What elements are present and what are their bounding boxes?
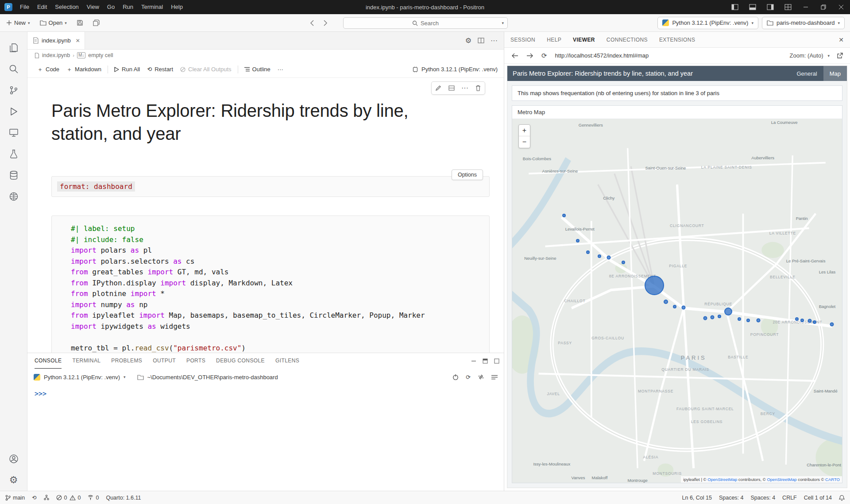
panel-tab-connections[interactable]: CONNECTIONS — [607, 37, 648, 43]
more-actions-icon[interactable]: ··· — [491, 37, 498, 45]
restart-console-icon[interactable]: ⟳ — [466, 374, 471, 381]
edit-cell-icon[interactable] — [432, 82, 445, 94]
minimize-icon[interactable] — [797, 0, 815, 14]
outline-button[interactable]: Outline — [241, 64, 274, 75]
station-marker[interactable] — [576, 239, 580, 242]
toggle-sidebar-icon[interactable] — [726, 0, 744, 14]
notifications-bell-icon[interactable] — [839, 495, 845, 501]
dash-tab-general[interactable]: General — [790, 66, 823, 81]
console-output[interactable]: >>> — [27, 385, 504, 491]
menu-item-run[interactable]: Run — [119, 0, 137, 14]
testing-icon[interactable] — [3, 143, 24, 165]
source-control-icon[interactable] — [3, 80, 24, 101]
menu-item-edit[interactable]: Edit — [33, 0, 51, 14]
viewer-reload-icon[interactable]: ⟳ — [541, 52, 547, 60]
remote-explorer-icon[interactable] — [3, 122, 24, 143]
kernel-label[interactable]: Python 3.12.1 (PipEnv: .venv) — [421, 66, 498, 73]
breadcrumb-file[interactable]: index.ipynb — [42, 52, 70, 58]
station-marker[interactable] — [738, 317, 741, 321]
options-button[interactable]: Options — [452, 169, 483, 180]
panel-close-icon[interactable]: ✕ — [838, 36, 844, 43]
viewer-forward-icon[interactable] — [526, 53, 533, 58]
station-marker[interactable] — [598, 254, 601, 258]
tab-close-icon[interactable]: ✕ — [76, 38, 80, 44]
attribution-link[interactable]: CARTO — [825, 477, 840, 482]
station-marker[interactable] — [800, 319, 804, 322]
panel-tab-terminal[interactable]: TERMINAL — [72, 353, 100, 369]
panel-tab-console[interactable]: CONSOLE — [35, 353, 62, 369]
yaml-cell[interactable]: format: dashboard Options — [51, 176, 490, 197]
breadcrumb-cell[interactable]: empty cell — [88, 52, 113, 58]
panel-tab-debug-console[interactable]: DEBUG CONSOLE — [216, 353, 265, 369]
explorer-icon[interactable] — [3, 37, 24, 58]
console-interpreter[interactable]: Python 3.12.1 (PipEnv: .venv) — [44, 374, 120, 381]
station-marker[interactable] — [664, 300, 668, 304]
zoom-out-button[interactable]: − — [519, 136, 530, 148]
panel-restore-icon[interactable] — [494, 358, 499, 364]
console-list-icon[interactable] — [491, 375, 498, 380]
git-branch-item[interactable]: main — [5, 495, 25, 501]
station-marker[interactable] — [673, 305, 676, 308]
indentation[interactable]: Spaces: 4 — [719, 495, 744, 501]
menu-item-terminal[interactable]: Terminal — [137, 0, 167, 14]
leaflet-map[interactable]: GennevilliersLa CourneuveBois-ColombesAs… — [512, 119, 842, 483]
notebook-settings-icon[interactable]: ⚙ — [465, 36, 471, 45]
problems-item[interactable]: 0 0 — [56, 495, 81, 501]
menu-item-selection[interactable]: Selection — [51, 0, 82, 14]
station-marker[interactable] — [795, 317, 799, 321]
panel-tab-output[interactable]: OUTPUT — [153, 353, 176, 369]
search-input[interactable]: Search ▾ — [343, 17, 508, 29]
station-marker[interactable] — [586, 250, 590, 254]
open-external-icon[interactable] — [837, 53, 843, 59]
eol-selector[interactable]: CRLF — [782, 495, 797, 501]
open-button[interactable]: Open ▾ — [36, 17, 70, 28]
viewer-url[interactable]: http://localhost:4572/index.html#map — [555, 52, 649, 59]
ports-item[interactable]: 0 — [88, 495, 99, 501]
clear-outputs-button[interactable]: Clear All Outputs — [177, 64, 235, 75]
switch-session-icon[interactable] — [478, 374, 484, 380]
save-button[interactable] — [73, 17, 87, 28]
panel-tab-session[interactable]: SESSION — [510, 37, 535, 43]
save-all-button[interactable] — [89, 17, 104, 28]
station-marker[interactable] — [813, 320, 816, 324]
station-marker[interactable] — [808, 319, 811, 323]
panel-minimize-icon[interactable] — [471, 358, 476, 364]
connections-icon[interactable] — [3, 186, 24, 207]
back-icon[interactable] — [310, 20, 314, 26]
interpreter-selector[interactable]: Python 3.12.1 (PipEnv: .venv) ▾ — [657, 17, 758, 29]
zoom-in-button[interactable]: + — [519, 125, 530, 136]
cell-indicator[interactable]: Cell 1 of 14 — [804, 495, 832, 501]
customize-layout-icon[interactable] — [779, 0, 797, 14]
panel-tab-help[interactable]: HELP — [547, 37, 561, 43]
code-editor[interactable]: #| label: setup#| include: falseimport p… — [71, 223, 482, 353]
menu-item-go[interactable]: Go — [103, 0, 119, 14]
viewer-back-icon[interactable] — [511, 53, 518, 58]
dash-tab-map[interactable]: Map — [823, 66, 847, 81]
menu-item-help[interactable]: Help — [167, 0, 187, 14]
menu-item-file[interactable]: File — [16, 0, 33, 14]
panel-maximize-icon[interactable] — [483, 358, 488, 364]
station-marker[interactable] — [645, 276, 664, 295]
database-icon[interactable] — [3, 165, 24, 186]
indentation-2[interactable]: Spaces: 4 — [751, 495, 776, 501]
search-icon[interactable] — [3, 58, 24, 80]
git-graph-icon[interactable] — [44, 495, 49, 500]
add-markdown-cell-button[interactable]: ＋Markdown — [63, 63, 105, 76]
close-icon[interactable] — [832, 0, 850, 14]
station-marker[interactable] — [718, 315, 721, 318]
split-editor-icon[interactable] — [478, 38, 484, 43]
run-all-button[interactable]: Run All — [111, 64, 143, 75]
attribution-link[interactable]: OpenStreetMap — [767, 477, 796, 482]
attribution-link[interactable]: OpenStreetMap — [707, 477, 737, 482]
split-cell-icon[interactable] — [445, 82, 458, 94]
panel-tab-gitlens[interactable]: GITLENS — [275, 353, 299, 369]
restore-icon[interactable] — [815, 0, 832, 14]
station-marker[interactable] — [562, 214, 566, 217]
station-marker[interactable] — [724, 308, 732, 315]
station-marker[interactable] — [756, 318, 760, 322]
more-actions-icon[interactable]: ··· — [274, 64, 287, 75]
station-marker[interactable] — [607, 256, 611, 260]
settings-gear-icon[interactable]: ⚙ — [3, 469, 24, 491]
panel-tab-extensions[interactable]: EXTENSIONS — [659, 37, 695, 43]
sync-icon[interactable]: ⟲ — [32, 494, 36, 501]
